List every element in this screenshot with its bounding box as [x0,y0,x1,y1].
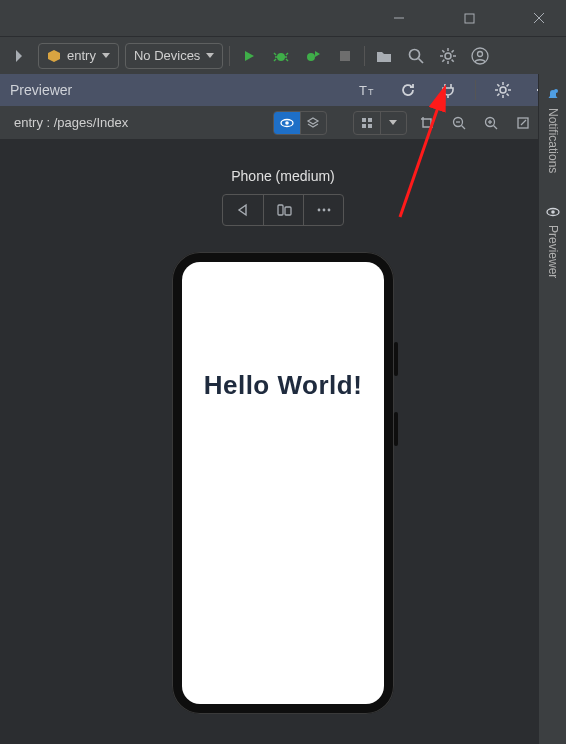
run-config-select[interactable]: entry [38,43,119,69]
svg-point-17 [445,53,451,59]
minimize-button[interactable] [376,0,422,36]
play-icon [242,49,256,63]
svg-line-23 [452,59,454,61]
inspect-mode-group [273,111,327,135]
svg-point-15 [410,49,420,59]
svg-point-60 [322,209,325,212]
rotate-device-icon [276,203,292,217]
tab-previewer[interactable]: Previewer [546,199,560,284]
device-select-label: No Devices [134,48,200,63]
stop-icon [339,50,351,62]
debug-button[interactable] [268,43,294,69]
svg-point-27 [478,51,483,56]
power-button[interactable] [435,77,461,103]
maximize-button[interactable] [446,0,492,36]
phone-mockup: Hello World! [172,252,394,714]
svg-line-36 [507,94,509,96]
tab-previewer-label: Previewer [546,225,560,278]
run-button[interactable] [236,43,262,69]
chevron-right-icon [16,50,22,62]
phone-screen[interactable]: Hello World! [182,262,384,704]
refresh-icon [400,82,416,98]
svg-marker-56 [239,205,246,215]
refresh-button[interactable] [395,77,421,103]
svg-marker-42 [308,118,318,124]
fit-button[interactable] [511,111,535,135]
svg-rect-14 [340,51,350,61]
triangle-left-icon [236,203,250,217]
stop-button[interactable] [332,43,358,69]
panel-settings-button[interactable] [490,77,516,103]
svg-text:T: T [359,83,367,97]
font-icon: TT [359,83,377,97]
device-controls [222,194,344,226]
back-button[interactable] [223,195,263,225]
view-dropdown-button[interactable] [380,112,406,134]
svg-point-30 [500,87,506,93]
main-toolbar: entry No Devices [0,36,566,74]
window-titlebar [0,0,566,36]
toolbar-overflow-button[interactable] [6,43,32,69]
tab-notifications[interactable]: Notifications [546,82,560,179]
inspect-button[interactable] [274,112,300,134]
svg-rect-57 [278,205,283,215]
layers-icon [306,116,320,130]
zoom-in-button[interactable] [479,111,503,135]
svg-line-55 [521,120,526,125]
zoom-out-button[interactable] [447,111,471,135]
right-tool-sidebar: Notifications Previewer [538,74,566,744]
run-config-label: entry [67,48,96,63]
grid-view-button[interactable] [354,112,380,134]
tab-notifications-label: Notifications [546,108,560,173]
crop-button[interactable] [415,111,439,135]
device-select[interactable]: No Devices [125,43,223,69]
rotate-button[interactable] [263,195,303,225]
font-size-button[interactable]: TT [355,77,381,103]
preview-canvas: Phone (medium) Hello World! [0,140,566,744]
svg-line-53 [493,125,497,129]
project-structure-button[interactable] [371,43,397,69]
zoom-in-icon [484,116,498,130]
svg-line-10 [286,59,288,61]
svg-marker-4 [48,50,60,62]
coverage-button[interactable] [300,43,326,69]
svg-line-24 [443,59,445,61]
grid-icon [361,117,373,129]
svg-line-9 [274,59,276,61]
svg-point-41 [285,121,289,125]
svg-rect-58 [285,207,291,215]
svg-marker-13 [315,51,320,57]
svg-rect-45 [362,124,366,128]
view-mode-group [353,111,407,135]
account-button[interactable] [467,43,493,69]
layers-button[interactable] [300,112,326,134]
entry-path-label: entry : /pages/Index [8,115,134,130]
svg-line-16 [419,58,424,63]
svg-line-37 [497,94,499,96]
plug-icon [440,82,456,98]
bell-icon [546,88,560,102]
svg-line-38 [507,84,509,86]
svg-line-8 [286,53,288,55]
close-button[interactable] [516,0,562,36]
phone-side-button [394,342,398,376]
separator [364,46,365,66]
svg-line-49 [461,125,465,129]
svg-rect-1 [465,14,474,23]
svg-text:T: T [368,87,374,97]
phone-side-button [394,412,398,446]
chevron-down-icon [102,53,110,58]
chevron-down-icon [206,53,214,58]
previewer-sub-toolbar: entry : /pages/Index 1:1 [0,106,566,140]
app-text: Hello World! [204,370,363,401]
svg-point-62 [554,89,558,93]
separator [229,46,230,66]
more-button[interactable] [303,195,343,225]
settings-button[interactable] [435,43,461,69]
bug-run-icon [305,48,321,64]
search-button[interactable] [403,43,429,69]
bug-icon [273,48,289,64]
gear-icon [495,82,511,98]
folder-icon [376,49,392,63]
ellipsis-icon [316,207,332,213]
